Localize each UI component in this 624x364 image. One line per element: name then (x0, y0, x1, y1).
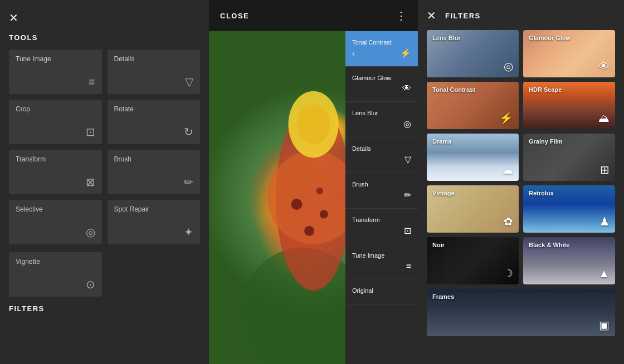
grainy-film-filter-icon: ⊞ (600, 163, 610, 176)
right-header: ✕ FILTERS (427, 9, 615, 22)
tonal-contrast-icon: ⚡ (400, 48, 411, 58)
frames-filter-icon: ▣ (599, 318, 610, 332)
retrolux-filter-label: Retrolux (529, 190, 554, 196)
drama-filter-icon: ☁ (502, 163, 513, 176)
transform-icon: ⊠ (16, 175, 95, 189)
svg-point-4 (297, 105, 330, 145)
svg-point-6 (320, 210, 328, 218)
filter-noir[interactable]: Noir ☽ (427, 237, 519, 284)
svg-point-5 (291, 199, 303, 210)
tool-rotate-label: Rotate (114, 105, 194, 113)
noir-filter-label: Noir (432, 242, 445, 248)
tool-brush[interactable]: Brush ✏ (108, 150, 201, 194)
tool-brush-label: Brush (114, 155, 194, 163)
frames-filter-label: Frames (432, 293, 454, 300)
crop-icon: ⊡ (16, 125, 95, 139)
tools-dropdown-menu: Tonal Contrast ‹ ⚡ Glamour Glow 👁 Lens B… (345, 31, 418, 364)
filter-grainy-film[interactable]: Grainy Film ⊞ (523, 134, 615, 181)
transform-label: Transform (352, 217, 380, 223)
dropdown-item-details[interactable]: Details ▽ (345, 137, 418, 173)
details-icon: ▽ (114, 75, 194, 88)
tool-rotate[interactable]: Rotate ↻ (108, 100, 201, 144)
drama-filter-label: Drama (432, 138, 451, 145)
tool-spot-repair[interactable]: Spot Repair ✦ (108, 200, 201, 244)
dropdown-item-glamour-glow[interactable]: Glamour Glow 👁 (345, 67, 418, 102)
lens-blur-filter-label: Lens Blur (432, 35, 461, 41)
dropdown-item-tune-image[interactable]: Tune Image ≡ (345, 244, 418, 279)
right-close-button[interactable]: ✕ (427, 9, 436, 22)
tool-vignette[interactable]: Vignette ⊙ (9, 252, 102, 297)
brush-label: Brush (352, 181, 368, 188)
transform-dropdown-icon: ⊡ (404, 225, 411, 236)
rotate-icon: ↻ (114, 125, 194, 139)
glamour-glow-filter-icon: 👁 (598, 60, 610, 73)
tool-transform-label: Transform (16, 155, 95, 163)
details-dropdown-icon: ▽ (404, 154, 411, 165)
noir-filter-icon: ☽ (503, 267, 513, 280)
filter-black-white[interactable]: Black & White ▲ (523, 237, 615, 284)
right-panel: ✕ FILTERS Lens Blur ◎ Glamour Glow 👁 Ton… (418, 0, 624, 364)
dropdown-item-transform[interactable]: Transform ⊡ (345, 209, 418, 244)
tonal-contrast-filter-label: Tonal Contrast (432, 86, 475, 93)
glamour-glow-label: Glamour Glow (352, 75, 391, 81)
tune-image-icon: ≡ (16, 76, 95, 88)
left-panel: ✕ TOOLS Tune Image ≡ Details ▽ Crop ⊡ Ro… (0, 0, 209, 364)
hdr-scape-filter-icon: ⛰ (598, 112, 610, 125)
filters-grid: Lens Blur ◎ Glamour Glow 👁 Tonal Contras… (427, 30, 615, 336)
tonal-contrast-label: Tonal Contrast (352, 39, 392, 46)
right-filters-title: FILTERS (445, 12, 481, 20)
more-menu-button[interactable]: ⋮ (396, 9, 407, 22)
filter-drama[interactable]: Drama ☁ (427, 134, 519, 181)
tune-image-label: Tune Image (352, 252, 384, 259)
left-close-button[interactable]: ✕ (9, 11, 18, 24)
tool-details-label: Details (114, 55, 194, 63)
tool-vignette-label: Vignette (16, 258, 95, 265)
dropdown-item-tonal-contrast[interactable]: Tonal Contrast ‹ ⚡ (345, 31, 418, 67)
tune-image-dropdown-icon: ≡ (406, 261, 411, 271)
dropdown-item-lens-blur[interactable]: Lens Blur ◎ (345, 102, 418, 137)
filter-frames[interactable]: Frames ▣ (427, 289, 615, 336)
original-label: Original (352, 287, 373, 294)
filter-retrolux[interactable]: Retrolux ♟ (523, 185, 615, 233)
tool-details[interactable]: Details ▽ (108, 50, 201, 94)
brush-icon: ✏ (114, 175, 194, 189)
lens-blur-label: Lens Blur (352, 110, 378, 116)
middle-header: CLOSE ⋮ (209, 0, 418, 31)
tool-crop-label: Crop (16, 105, 95, 113)
dropdown-item-original[interactable]: Original (345, 279, 418, 304)
dropdown-item-brush[interactable]: Brush ✏ (345, 173, 418, 209)
left-filters-title: FILTERS (9, 304, 200, 313)
black-white-filter-label: Black & White (529, 242, 569, 248)
lens-blur-filter-icon: ◎ (504, 60, 513, 73)
middle-panel: CLOSE ⋮ (209, 0, 418, 364)
filter-tonal-contrast[interactable]: Tonal Contrast ⚡ (427, 82, 519, 129)
vignette-icon: ⊙ (16, 278, 95, 291)
tools-grid: Tune Image ≡ Details ▽ Crop ⊡ Rotate ↻ T… (9, 50, 200, 244)
hdr-scape-filter-label: HDR Scape (529, 86, 562, 93)
retrolux-filter-icon: ♟ (599, 215, 610, 228)
back-chevron-icon[interactable]: ‹ (352, 49, 355, 58)
tool-spot-repair-label: Spot Repair (114, 205, 194, 213)
lens-blur-icon: ◎ (403, 119, 411, 129)
image-container: Tonal Contrast ‹ ⚡ Glamour Glow 👁 Lens B… (209, 31, 418, 364)
selective-icon: ◎ (16, 225, 95, 239)
grainy-film-filter-label: Grainy Film (529, 138, 563, 145)
vintage-filter-icon: ✿ (504, 215, 513, 228)
tool-tune-image[interactable]: Tune Image ≡ (9, 50, 102, 94)
tools-title: TOOLS (9, 33, 200, 42)
tool-transform[interactable]: Transform ⊠ (9, 150, 102, 194)
tool-selective[interactable]: Selective ◎ (9, 200, 102, 244)
filter-glamour-glow[interactable]: Glamour Glow 👁 (523, 30, 615, 77)
tonal-contrast-filter-icon: ⚡ (499, 111, 513, 125)
filter-vintage[interactable]: Vintage ✿ (427, 185, 519, 233)
tool-crop[interactable]: Crop ⊡ (9, 100, 102, 144)
tool-tune-image-label: Tune Image (16, 55, 95, 63)
glamour-glow-icon: 👁 (402, 83, 411, 94)
filter-hdr-scape[interactable]: HDR Scape ⛰ (523, 82, 615, 129)
filter-lens-blur[interactable]: Lens Blur ◎ (427, 30, 519, 77)
svg-point-8 (316, 188, 323, 194)
vintage-filter-label: Vintage (432, 190, 455, 196)
close-label[interactable]: CLOSE (220, 12, 249, 20)
black-white-filter-icon: ▲ (598, 267, 610, 280)
glamour-glow-filter-label: Glamour Glow (529, 35, 571, 41)
